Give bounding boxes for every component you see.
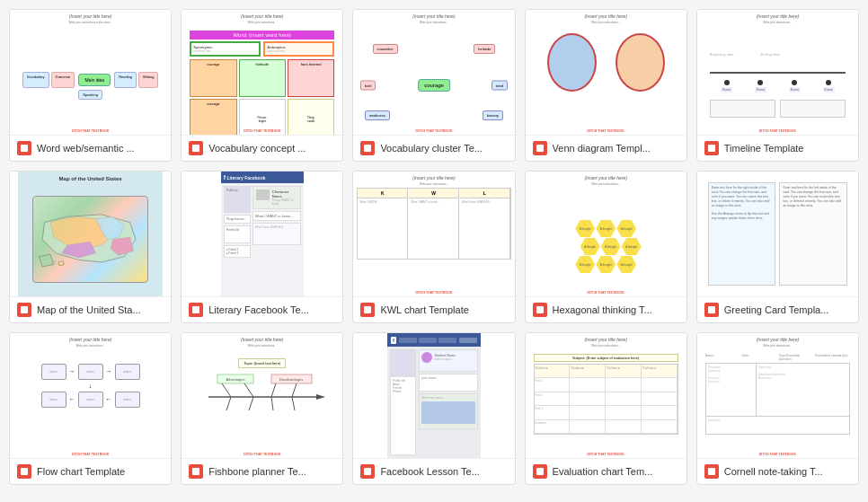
card-label-map-us: Map of the United Sta...	[37, 304, 141, 316]
card-footer-fishbone: Fishbone planner Te...	[182, 459, 342, 484]
card-label-greeting-card: Greeting Card Templa...	[724, 304, 829, 316]
card-type-icon	[360, 464, 375, 479]
card-label-literary-facebook: Literary Facebook Te...	[208, 304, 309, 316]
svg-point-0	[53, 261, 56, 264]
card-label-fishbone: Fishbone planner Te...	[208, 465, 306, 478]
card-thumbnail-greeting-card: Enter text here for the right inside of …	[697, 172, 858, 297]
card-type-icon	[189, 141, 203, 155]
card-type-icon	[533, 303, 547, 317]
card-footer-hexagonal: Hexagonal thinking T...	[526, 297, 686, 322]
card-fishbone[interactable]: (Insert your title here) Write your inst…	[181, 332, 343, 485]
card-label-evaluation-chart: Evaluation chart Tem...	[553, 465, 653, 478]
card-greeting-card[interactable]: Enter text here for the right inside of …	[696, 171, 859, 323]
svg-line-12	[249, 397, 253, 410]
svg-line-11	[226, 397, 231, 410]
card-footer-venn-diagram: Venn diagram Templ...	[526, 136, 686, 161]
card-footer-word-web: Word web/semantic ...	[10, 136, 171, 161]
card-thumbnail-facebook-lesson: f Profile infoAboutFriendsPhotos	[353, 333, 514, 459]
card-kwl-chart[interactable]: (Insert your title here) Write your inst…	[352, 171, 515, 323]
card-type-icon	[17, 303, 31, 317]
card-footer-facebook-lesson: Facebook Lesson Te...	[353, 459, 514, 484]
card-label-word-web: Word web/semantic ...	[37, 142, 135, 154]
svg-line-9	[271, 383, 276, 397]
card-footer-evaluation-chart: Evaluation chart Tem...	[526, 459, 686, 484]
card-word-web[interactable]: (Insert your title here) Write your inst…	[9, 9, 172, 162]
card-footer-timeline: Timeline Template	[697, 136, 858, 161]
svg-text:Advantages: Advantages	[226, 377, 244, 382]
card-thumbnail-timeline: (Insert your title here) Write your inst…	[697, 10, 858, 136]
svg-line-10	[292, 383, 297, 397]
card-type-icon	[189, 464, 203, 479]
card-footer-vocab-cluster: Vocabulary cluster Te...	[353, 136, 514, 161]
card-thumbnail-cornell: (Insert your title here) Write your inst…	[697, 333, 858, 459]
card-type-icon	[533, 141, 547, 155]
card-type-icon	[17, 464, 31, 479]
card-label-flow-chart: Flow chart Template	[37, 465, 125, 478]
card-thumbnail-vocab-cluster: (Insert your title here) Write your inst…	[353, 10, 514, 136]
card-label-vocab-concept: Vocabulary concept ...	[208, 142, 306, 154]
card-type-icon	[17, 141, 31, 155]
card-cornell[interactable]: (Insert your title here) Write your inst…	[696, 332, 859, 485]
card-thumbnail-map-us: Map of the United States	[10, 172, 171, 297]
card-evaluation-chart[interactable]: (Insert your title here) Write your inst…	[525, 332, 687, 485]
card-label-facebook-lesson: Facebook Lesson Te...	[380, 465, 479, 478]
card-thumbnail-word-web: (Insert your title here) Write your inst…	[10, 10, 171, 136]
card-type-icon	[533, 464, 547, 479]
card-thumbnail-fishbone: (Insert your title here) Write your inst…	[182, 333, 342, 459]
svg-line-7	[222, 383, 231, 397]
card-type-icon	[360, 303, 375, 317]
card-type-icon	[189, 303, 203, 317]
card-map-us[interactable]: Map of the United States	[9, 171, 172, 323]
card-type-icon	[704, 303, 719, 317]
card-footer-greeting-card: Greeting Card Templa...	[697, 297, 858, 322]
card-label-kwl-chart: KWL chart Template	[380, 304, 468, 316]
card-thumbnail-hexagonal: (Insert your title here) Write your inst…	[526, 172, 686, 297]
card-footer-flow-chart: Flow chart Template	[10, 459, 171, 484]
svg-line-13	[271, 397, 273, 410]
card-thumbnail-flow-chart: (Insert your title here) Write your inst…	[10, 333, 171, 459]
card-footer-map-us: Map of the United Sta...	[10, 297, 171, 322]
card-thumbnail-kwl-chart: (Insert your title here) Write your inst…	[353, 172, 514, 297]
card-literary-facebook[interactable]: f Literary Facebook Profile pic Things t…	[181, 171, 343, 323]
svg-line-14	[292, 397, 295, 410]
card-hexagonal[interactable]: (Insert your title here) Write your inst…	[525, 171, 687, 323]
card-footer-literary-facebook: Literary Facebook Te...	[182, 297, 342, 322]
card-label-timeline: Timeline Template	[724, 142, 804, 154]
card-footer-vocab-concept: Vocabulary concept ...	[182, 136, 342, 161]
svg-line-8	[244, 383, 253, 397]
card-thumbnail-literary-facebook: f Literary Facebook Profile pic Things t…	[182, 172, 342, 297]
svg-text:Disadvantages: Disadvantages	[279, 377, 303, 382]
card-footer-cornell: Cornell note-taking T...	[697, 459, 858, 484]
card-type-icon	[360, 141, 375, 155]
card-facebook-lesson[interactable]: f Profile infoAboutFriendsPhotos	[352, 332, 515, 485]
card-label-hexagonal: Hexagonal thinking T...	[553, 304, 652, 316]
card-vocab-concept[interactable]: (Insert your title here) Write your inst…	[181, 9, 343, 162]
card-label-venn-diagram: Venn diagram Templ...	[553, 142, 651, 154]
card-flow-chart[interactable]: (Insert your title here) Write your inst…	[9, 332, 172, 485]
card-timeline[interactable]: (Insert your title here) Write your inst…	[696, 9, 859, 162]
card-label-vocab-cluster: Vocabulary cluster Te...	[380, 142, 483, 154]
svg-marker-2	[316, 394, 325, 400]
template-grid: (Insert your title here) Write your inst…	[9, 9, 859, 485]
card-type-icon	[704, 464, 719, 479]
card-thumbnail-venn-diagram: (Insert your title here) Write your inst…	[526, 10, 686, 136]
card-type-icon	[704, 141, 719, 155]
card-footer-kwl-chart: KWL chart Template	[353, 297, 514, 322]
card-vocab-cluster[interactable]: (Insert your title here) Write your inst…	[352, 9, 515, 162]
card-label-cornell: Cornell note-taking T...	[724, 465, 823, 478]
card-venn-diagram[interactable]: (Insert your title here) Write your inst…	[525, 9, 687, 162]
card-thumbnail-vocab-concept: (Insert your title here) Write your inst…	[182, 10, 342, 136]
card-thumbnail-evaluation-chart: (Insert your title here) Write your inst…	[526, 333, 686, 459]
